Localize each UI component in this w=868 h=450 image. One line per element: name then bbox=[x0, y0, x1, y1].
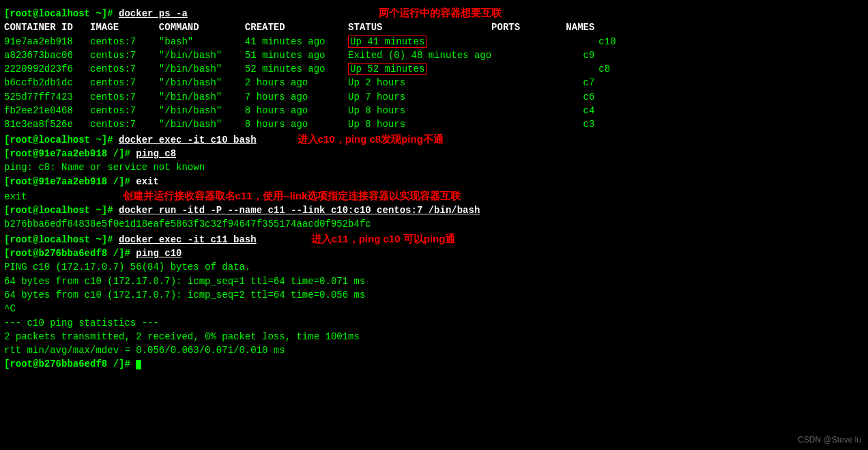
cmd-ping-c10: ping c10 bbox=[136, 248, 182, 259]
prompt-4: [root@91e7aa2eb918 /]# bbox=[4, 176, 136, 187]
cursor bbox=[136, 360, 141, 369]
line-exec-c10: [root@localhost ~]# docker exec -it c10 … bbox=[4, 132, 864, 147]
annotation-4: 进入c11，ping c10 可以ping通 bbox=[311, 231, 456, 247]
line-rtt: rtt min/avg/max/mdev = 0.056/0.063/0.071… bbox=[4, 343, 864, 357]
prompt-final: [root@b276bba6edf8 /]# bbox=[4, 358, 136, 369]
line-exit-cmd: [root@91e7aa2eb918 /]# exit bbox=[4, 175, 864, 188]
cmd-exec-c10: docker exec -it c10 bash bbox=[119, 135, 257, 145]
status-c10: Up 41 minutes bbox=[348, 36, 426, 48]
prompt-1: [root@localhost ~]# bbox=[4, 8, 119, 19]
prompt-5: [root@localhost ~]# bbox=[4, 205, 119, 216]
line-exit-output: exit创建并运行接收容器取名c11，使用--link选项指定连接容器以实现容器… bbox=[4, 188, 864, 203]
line-ping-1: 64 bytes from c10 (172.17.0.7): icmp_seq… bbox=[4, 275, 864, 288]
cmd-ping-c8: ping c8 bbox=[136, 148, 176, 159]
cmd-exec-c11: docker exec -it c11 bash bbox=[119, 234, 257, 245]
cmd-docker-run: docker run -itd -P --name c11 --link c10… bbox=[119, 205, 480, 216]
cmd-exit: exit bbox=[136, 176, 159, 187]
line-container-id: b276bba6edf84838e5f0e1d18eafe5863f3c32f9… bbox=[4, 217, 864, 231]
row-c10: 91e7aa2eb918 centos:7 "bash" 41 minutes … bbox=[4, 35, 864, 48]
terminal: [root@localhost ~]# docker ps -a两个运行中的容器… bbox=[4, 5, 864, 371]
csdn-watermark: CSDN @Steve lu bbox=[798, 435, 861, 445]
table-header: CONTAINER ID IMAGE COMMAND CREATED STATU… bbox=[4, 20, 864, 34]
line-docker-run: [root@localhost ~]# docker run -itd -P -… bbox=[4, 203, 864, 217]
cmd-1: docker ps -a bbox=[119, 8, 188, 19]
line-ctrl-c: ^C bbox=[4, 302, 864, 315]
row-c3: 81e3ea8f526e centos:7 "/bin/bash" 8 hour… bbox=[4, 117, 864, 131]
status-c8: Up 52 minutes bbox=[348, 63, 426, 75]
row-c9: a823673bac06 centos:7 "/bin/bash" 51 min… bbox=[4, 48, 864, 62]
row-c7: b6ccfb2db1dc centos:7 "/bin/bash" 2 hour… bbox=[4, 76, 864, 89]
prompt-7: [root@b276bba6edf8 /]# bbox=[4, 248, 136, 259]
line-ping-2: 64 bytes from c10 (172.17.0.7): icmp_seq… bbox=[4, 288, 864, 302]
line-1: [root@localhost ~]# docker ps -a两个运行中的容器… bbox=[4, 5, 864, 20]
row-c4: fb2ee21e0468 centos:7 "/bin/bash" 8 hour… bbox=[4, 104, 864, 117]
row-c6: 525d77ff7423 centos:7 "/bin/bash" 7 hour… bbox=[4, 90, 864, 104]
prompt-6: [root@localhost ~]# bbox=[4, 234, 119, 245]
annotation-2: 进入c10，ping c8发现ping不通 bbox=[298, 132, 444, 147]
line-ping-c8: [root@91e7aa2eb918 /]# ping c8 bbox=[4, 147, 864, 160]
line-ping-header: PING c10 (172.17.0.7) 56(84) bytes of da… bbox=[4, 260, 864, 274]
line-packets: 2 packets transmitted, 2 received, 0% pa… bbox=[4, 330, 864, 343]
line-exec-c11: [root@localhost ~]# docker exec -it c11 … bbox=[4, 231, 864, 247]
annotation-3: 创建并运行接收容器取名c11，使用--link选项指定连接容器以实现容器互联 bbox=[123, 188, 461, 203]
row-c8: 2220992d23f6 centos:7 "/bin/bash" 52 min… bbox=[4, 62, 864, 76]
line-ping-c10: [root@b276bba6edf8 /]# ping c10 bbox=[4, 247, 864, 260]
line-final-prompt: [root@b276bba6edf8 /]# bbox=[4, 357, 864, 371]
prompt-2: [root@localhost ~]# bbox=[4, 135, 119, 145]
line-ping-error: ping: c8: Name or service not known bbox=[4, 160, 864, 174]
line-ping-stats: --- c10 ping statistics --- bbox=[4, 316, 864, 330]
annotation-1: 两个运行中的容器想要互联 bbox=[379, 5, 502, 20]
prompt-3: [root@91e7aa2eb918 /]# bbox=[4, 148, 136, 159]
